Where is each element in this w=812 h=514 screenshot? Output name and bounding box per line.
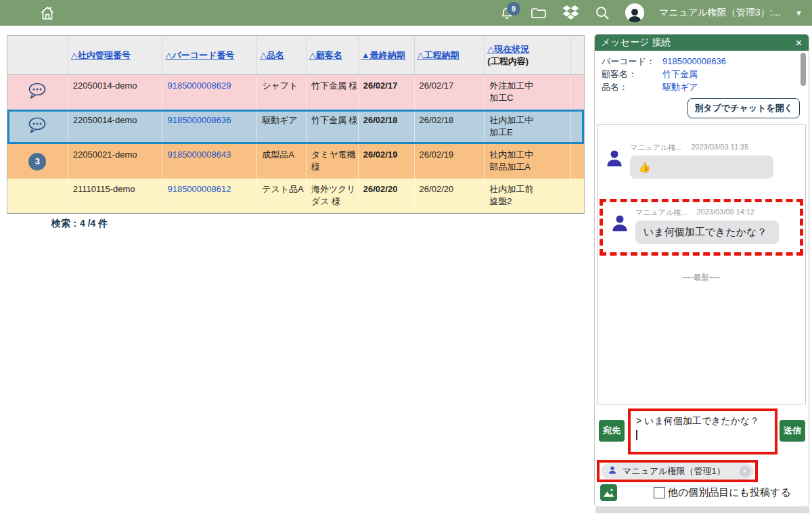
customer-label: 顧客名：: [602, 68, 662, 80]
cell-process-due: 26/02/19: [415, 144, 485, 179]
recipient-button[interactable]: 宛先: [599, 420, 625, 442]
cell-item: 駆動ギア: [257, 110, 307, 144]
message-panel-header: メッセージ 接続 ✕: [595, 34, 809, 51]
barcode-link[interactable]: 9185000008636: [167, 115, 231, 125]
chat-bottom-row: 他の個別品目にも投稿する: [600, 484, 803, 501]
cell-process-due: 26/02/18: [415, 110, 485, 144]
cell-customer: 竹下金属 様: [307, 75, 359, 110]
user-avatar-icon: [604, 148, 625, 168]
notification-badge: 9: [507, 2, 520, 16]
user-avatar-icon: [610, 213, 630, 233]
chat-bubble-icon[interactable]: [27, 116, 47, 138]
dropbox-icon[interactable]: [562, 5, 579, 21]
open-chat-new-tab-button[interactable]: 別タブでチャットを開く: [687, 98, 800, 118]
recipient-chip-highlight: マニュアル権限（管理1） ✕: [597, 460, 758, 482]
scrollbar-thumb[interactable]: [800, 53, 806, 86]
sort-header-process-due[interactable]: △工程納期: [418, 49, 484, 62]
message-sender: マニュアル権...: [630, 143, 681, 153]
recipient-chip[interactable]: マニュアル権限（管理1） ✕: [601, 463, 754, 479]
item-value: 駆動ギア: [662, 80, 698, 93]
table-row-selected[interactable]: 22050014-demo 9185000008636 駆動ギア 竹下金属 様 …: [7, 110, 584, 144]
cell-control-no: 22050021-demo: [68, 144, 163, 179]
panel-bottom-shadow: [595, 507, 809, 513]
cell-control-no: 22050014-demo: [68, 110, 163, 144]
sort-header-barcode[interactable]: △バーコード番号: [165, 49, 256, 62]
person-icon: [608, 465, 617, 477]
work-items-table: △社内管理番号 △バーコード番号 △品名 △顧客名 ▲最終納期 △工程納期 △現…: [7, 35, 585, 214]
message-panel-title: メッセージ 接続: [601, 37, 671, 49]
cell-process-due: 26/02/20: [415, 179, 485, 213]
cell-final-due: 26/02/19: [359, 144, 415, 179]
cell-customer: 竹下金属 様: [307, 110, 359, 144]
chat-bubble-icon[interactable]: [27, 82, 47, 103]
barcode-link[interactable]: 9185000008643: [167, 149, 231, 160]
menu-icon[interactable]: [9, 7, 24, 18]
latest-marker: ----最新----: [597, 272, 805, 283]
message-input[interactable]: > いま何個加工できたかな？: [628, 408, 777, 454]
barcode-link[interactable]: 9185000008629: [167, 80, 231, 91]
close-icon[interactable]: ✕: [795, 38, 803, 48]
cell-customer: 海外ツクリダス 様: [307, 179, 359, 213]
cell-final-due: 26/02/18: [359, 110, 415, 144]
sort-header-item[interactable]: △品名: [260, 49, 306, 62]
message-time: 2023/03/03 11:35: [691, 143, 748, 153]
barcode-link[interactable]: 9185000008612: [167, 184, 231, 194]
home-icon[interactable]: [39, 5, 55, 21]
cell-item: テスト品A: [257, 179, 307, 213]
cell-item: シャフト: [257, 75, 307, 110]
highlighted-message-box: マニュアル権... 2023/03/09 14:12 いま何個加工できたかな？: [600, 199, 803, 256]
notifications-bell-icon[interactable]: 9: [499, 5, 515, 21]
text-cursor: [636, 430, 637, 440]
chat-message: マニュアル権... 2023/03/09 14:12 いま何個加工できたかな？: [603, 208, 800, 244]
topbar: 9 マニュアル権限（管理3）:... ▼: [0, 0, 812, 26]
table-row[interactable]: 22050014-demo 9185000008629 シャフト 竹下金属 様 …: [7, 75, 584, 110]
cell-status: 外注加工中加工C: [484, 75, 571, 110]
cell-final-due: 26/02/20: [359, 179, 415, 213]
cell-status: 社内加工前旋盤2: [484, 179, 571, 213]
sort-header-status[interactable]: △現在状況: [487, 43, 570, 55]
chevron-down-icon[interactable]: ▼: [795, 9, 803, 17]
chat-message: マニュアル権... 2023/03/03 11:35 👍: [597, 143, 805, 179]
cell-item: 成型品A: [257, 144, 307, 179]
cell-control-no: 22050014-demo: [68, 75, 163, 110]
message-panel: メッセージ 接続 ✕ バーコード：9185000008636 顧客名：竹下金属 …: [594, 34, 809, 507]
avatar[interactable]: [625, 3, 644, 22]
cell-status: 社内加工中部品加工A: [484, 144, 571, 179]
message-text: いま何個加工できたかな？: [635, 220, 779, 244]
header-status-sub: (工程内容): [487, 55, 570, 68]
sort-header-control-no[interactable]: △社内管理番号: [71, 49, 162, 62]
thumbs-up-emoji: 👍: [630, 156, 773, 179]
cell-process-due: 26/02/17: [415, 75, 485, 110]
unread-count-badge[interactable]: 3: [28, 153, 46, 170]
table-row[interactable]: 3 22050021-demo 9185000008643 成型品A タミヤ電機…: [7, 144, 584, 179]
messages-area: マニュアル権... 2023/03/03 11:35 👍 マニュアル権... 2…: [597, 124, 806, 404]
attach-image-icon[interactable]: [600, 484, 617, 501]
remove-recipient-icon[interactable]: ✕: [740, 466, 750, 477]
checkbox-box[interactable]: [654, 487, 665, 498]
cell-control-no: 21110115-demo: [68, 179, 163, 213]
sort-header-customer[interactable]: △顧客名: [309, 49, 358, 62]
send-button[interactable]: 送信: [780, 420, 805, 442]
folder-icon[interactable]: [530, 5, 547, 21]
barcode-value: 9185000008636: [662, 55, 726, 68]
cell-status: 社内加工中加工E: [484, 110, 571, 144]
item-info-block: バーコード：9185000008636 顧客名：竹下金属 品名：駆動ギア: [602, 55, 726, 93]
user-menu-label[interactable]: マニュアル権限（管理3）:...: [659, 7, 780, 19]
cell-final-due: 26/02/17: [359, 75, 415, 110]
barcode-label: バーコード：: [602, 55, 662, 68]
message-time: 2023/03/09 14:12: [696, 208, 754, 218]
sort-header-final-due[interactable]: ▲最終納期: [361, 49, 414, 62]
message-sender: マニュアル権...: [635, 208, 687, 218]
header-icon-column: [7, 36, 68, 74]
table-header-row: △社内管理番号 △バーコード番号 △品名 △顧客名 ▲最終納期 △工程納期 △現…: [7, 36, 584, 75]
cell-customer: タミヤ電機 様: [307, 144, 359, 179]
search-result-count: 検索：4 /4 件: [51, 218, 108, 230]
item-label: 品名：: [602, 80, 662, 93]
post-to-other-items-checkbox[interactable]: 他の個別品目にも投稿する: [654, 486, 791, 499]
customer-value: 竹下金属: [662, 68, 698, 80]
table-row[interactable]: 21110115-demo 9185000008612 テスト品A 海外ツクリダ…: [7, 179, 584, 213]
search-icon[interactable]: [594, 5, 610, 21]
